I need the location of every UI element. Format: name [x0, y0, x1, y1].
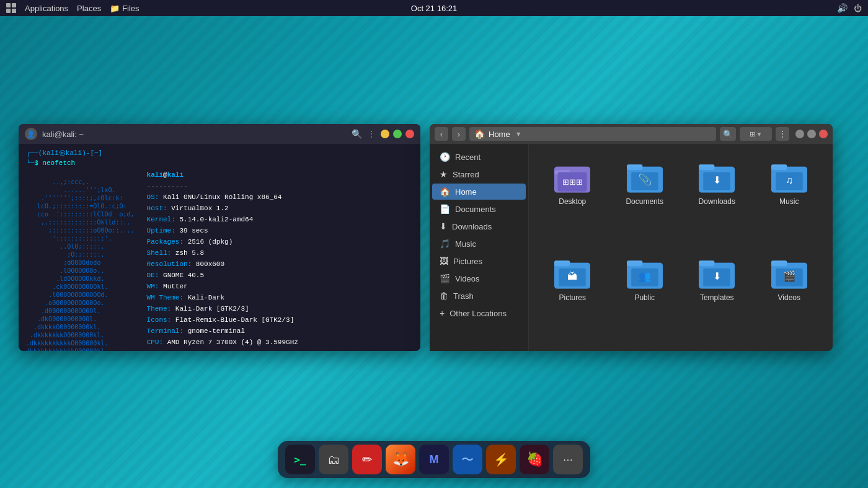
- dock-text-editor[interactable]: ✏: [352, 445, 382, 474]
- other-icon: +: [440, 308, 445, 318]
- terminal-title: kali@kali: ~: [42, 130, 84, 139]
- videos-folder-icon: 🎬: [771, 257, 807, 290]
- sidebar-item-other[interactable]: + Other Locations: [432, 305, 526, 321]
- firefox-icon: 🦊: [392, 451, 409, 468]
- sidebar-label-home: Home: [455, 187, 477, 197]
- sidebar-label-other: Other Locations: [450, 309, 507, 318]
- sidebar-label-music: Music: [455, 239, 476, 249]
- svg-text:⬇: ⬇: [713, 174, 721, 185]
- forward-button[interactable]: ›: [452, 127, 466, 141]
- menu-icon[interactable]: ⋮: [367, 129, 376, 139]
- files-close-button[interactable]: [819, 130, 828, 138]
- files-sidebar: 🕐 Recent ★ Starred 🏠 Home 📄 Documents ⬇ …: [430, 144, 529, 351]
- topbar-right: 🔊 ⏻: [837, 3, 862, 13]
- trash-icon: 🗑: [440, 291, 448, 301]
- sidebar-item-starred[interactable]: ★ Starred: [432, 166, 526, 182]
- sidebar-item-documents[interactable]: 📄 Documents: [432, 201, 526, 217]
- power-icon[interactable]: ⏻: [854, 4, 862, 13]
- view-dropdown-icon: ▼: [756, 131, 763, 138]
- window-controls: [381, 130, 414, 138]
- folder-music[interactable]: ♫ Music: [756, 154, 823, 245]
- sidebar-item-videos[interactable]: 🎬 Videos: [432, 270, 526, 286]
- dock-terminal[interactable]: >_: [285, 445, 315, 474]
- sidebar-label-starred: Starred: [453, 170, 479, 179]
- dock-burpsuite[interactable]: ⚡: [486, 445, 516, 474]
- sidebar-item-music[interactable]: 🎵 Music: [432, 236, 526, 252]
- dock-files[interactable]: 🗂: [319, 445, 348, 474]
- videos-label: Videos: [778, 293, 800, 302]
- files-menu-button[interactable]: ⋮: [776, 127, 789, 141]
- titlebar-left: 👤 kali@kali: ~: [25, 128, 84, 140]
- folder-documents[interactable]: 📎 Documents: [611, 154, 679, 245]
- templates-folder-icon: ⬇: [699, 257, 735, 290]
- files-body: 🕐 Recent ★ Starred 🏠 Home 📄 Documents ⬇ …: [430, 144, 833, 351]
- text-editor-icon: ✏: [362, 452, 373, 467]
- apps-grid-dock-icon: ⋯: [563, 454, 573, 466]
- files-main: ⊞⊞⊞ Desktop 📎 Documents: [529, 144, 833, 351]
- maximize-button[interactable]: [393, 130, 402, 138]
- recent-icon: 🕐: [440, 152, 450, 162]
- back-button[interactable]: ‹: [435, 127, 448, 141]
- folder-downloads[interactable]: ⬇ Downloads: [683, 154, 751, 245]
- sidebar-item-downloads[interactable]: ⬇ Downloads: [432, 218, 526, 234]
- folder-desktop[interactable]: ⊞⊞⊞ Desktop: [539, 154, 606, 245]
- files-maximize-button[interactable]: [807, 130, 816, 138]
- location-dropdown-icon[interactable]: ▼: [515, 130, 522, 138]
- music-icon: 🎵: [440, 239, 450, 249]
- minimize-button[interactable]: [381, 130, 389, 138]
- svg-text:⬇: ⬇: [713, 270, 721, 282]
- location-text: Home: [489, 130, 510, 139]
- sidebar-label-downloads: Downloads: [452, 222, 492, 231]
- sidebar-label-videos: Videos: [455, 274, 480, 283]
- dock-strawberry[interactable]: 🍓: [520, 445, 549, 474]
- files-search-button[interactable]: 🔍: [720, 127, 736, 141]
- folder-templates[interactable]: ⬇ Templates: [683, 250, 751, 341]
- terminal-body[interactable]: ┌──(kali㉿kali)-[~] └─$ neofetch ..,;:ccc…: [19, 144, 420, 351]
- taskbar: >_ 🗂 ✏ 🦊 M 〜 ⚡ 🍓 ⋯: [278, 441, 590, 478]
- files-minimize-button[interactable]: [795, 130, 804, 138]
- sidebar-item-trash[interactable]: 🗑 Trash: [432, 288, 526, 304]
- sidebar-item-recent[interactable]: 🕐 Recent: [432, 149, 526, 165]
- strawberry-icon: 🍓: [526, 451, 543, 468]
- terminal-titlebar: 👤 kali@kali: ~ 🔍 ⋮: [19, 124, 420, 144]
- files-menu[interactable]: 📁Files: [110, 4, 139, 13]
- system-info: kali@kali ---------- OS: Kali GNU/Linux …: [147, 170, 326, 351]
- sidebar-item-pictures[interactable]: 🖼 Pictures: [432, 253, 526, 269]
- close-button[interactable]: [405, 130, 414, 138]
- downloads-label: Downloads: [699, 197, 735, 206]
- dock-apps-grid[interactable]: ⋯: [553, 445, 583, 474]
- places-menu[interactable]: Places: [77, 4, 101, 13]
- view-toggle[interactable]: ⊞ ▼: [740, 127, 772, 141]
- home-location-icon: 🏠: [474, 129, 485, 139]
- sidebar-label-documents: Documents: [455, 205, 496, 214]
- apps-grid-icon[interactable]: [6, 3, 16, 13]
- volume-icon[interactable]: 🔊: [837, 3, 848, 13]
- markdown-icon: M: [430, 453, 439, 466]
- applications-menu[interactable]: Applications: [25, 4, 68, 13]
- topbar-left: Applications Places 📁Files: [6, 3, 140, 13]
- home-icon: 🏠: [440, 187, 450, 197]
- desktop-folder-icon: ⊞⊞⊞: [554, 161, 590, 193]
- files-icon: 🗂: [327, 453, 340, 467]
- dock-firefox[interactable]: 🦊: [386, 445, 415, 474]
- files-titlebar: ‹ › 🏠 Home ▼ 🔍 ⊞ ▼ ⋮: [430, 124, 833, 144]
- downloads-icon: ⬇: [440, 221, 447, 231]
- folder-pictures[interactable]: 🏔 Pictures: [539, 250, 606, 341]
- sidebar-label-pictures: Pictures: [453, 257, 482, 266]
- files-window-controls: [795, 130, 828, 138]
- pictures-icon: 🖼: [440, 256, 448, 266]
- sidebar-item-home[interactable]: 🏠 Home: [432, 184, 526, 200]
- location-bar[interactable]: 🏠 Home ▼: [469, 127, 716, 141]
- files-window: ‹ › 🏠 Home ▼ 🔍 ⊞ ▼ ⋮ 🕐 Recent ★ St: [430, 124, 833, 351]
- downloads-folder-icon: ⬇: [699, 161, 735, 193]
- dock-wireshark[interactable]: 〜: [453, 445, 482, 474]
- public-folder-icon: 👥: [627, 257, 663, 290]
- dock-markdown[interactable]: M: [419, 445, 449, 474]
- search-icon[interactable]: 🔍: [352, 129, 362, 139]
- svg-text:🏔: 🏔: [567, 270, 577, 282]
- pictures-folder-icon: 🏔: [554, 257, 590, 290]
- documents-label: Documents: [626, 197, 663, 206]
- folder-videos[interactable]: 🎬 Videos: [756, 250, 823, 341]
- folder-public[interactable]: 👥 Public: [611, 250, 679, 341]
- public-label: Public: [634, 293, 655, 302]
